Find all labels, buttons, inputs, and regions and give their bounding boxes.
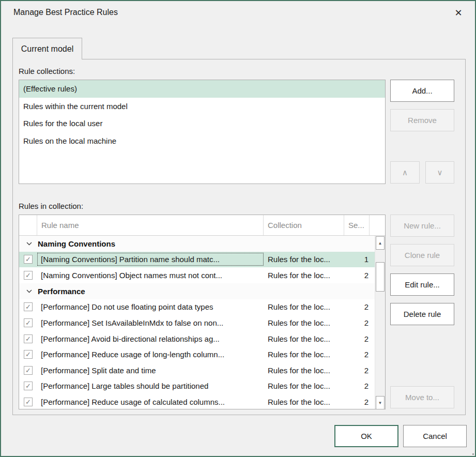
remove-button[interactable]: Remove <box>390 109 454 131</box>
rule-row[interactable]: ✓ [Naming Conventions] Object names must… <box>19 267 375 283</box>
add-button[interactable]: Add... <box>390 80 454 102</box>
dialog-title: Manage Best Practice Rules <box>13 8 118 17</box>
chevron-down-icon[interactable] <box>26 242 32 246</box>
table-scrollbar[interactable]: ▲ ▼ <box>375 236 385 409</box>
tab-label: Current model <box>21 44 73 54</box>
rules-table: Rule name Collection Se... Naming Conven… <box>19 215 386 409</box>
rule-name-cell: [Performance] Do not use floating point … <box>37 300 264 313</box>
check-icon: ✓ <box>25 256 31 263</box>
rule-collections-list: (Effective rules) Rules within the curre… <box>19 80 386 184</box>
rule-checkbox[interactable]: ✓ <box>24 398 33 406</box>
rule-collection-cell: Rules for the loc... <box>264 350 344 359</box>
move-up-button[interactable]: ∧ <box>390 161 420 184</box>
rule-severity-cell: 2 <box>344 398 370 406</box>
check-icon: ✓ <box>25 319 31 326</box>
rule-collection-cell: Rules for the loc... <box>264 271 344 280</box>
scrollbar-thumb[interactable] <box>376 262 385 292</box>
check-icon: ✓ <box>25 336 31 342</box>
check-icon: ✓ <box>25 383 31 389</box>
rule-row[interactable]: ✓ [Naming Conventions] Partition name sh… <box>19 252 375 268</box>
rule-name-cell: [Performance] Split date and time <box>37 364 264 377</box>
rule-row[interactable]: ✓ [Performance] Split date and time Rule… <box>19 362 375 378</box>
rule-collection-cell: Rules for the loc... <box>264 398 344 406</box>
rule-name-cell: [Naming Conventions] Partition name shou… <box>37 253 264 266</box>
header-checkbox-column <box>19 215 37 235</box>
rule-row[interactable]: ✓ [Performance] Reduce usage of calculat… <box>19 394 375 409</box>
check-icon: ✓ <box>25 399 31 405</box>
rule-row[interactable]: ✓ [Performance] Do not use floating poin… <box>19 299 375 315</box>
rule-collections-label: Rule collections: <box>19 67 75 75</box>
rules-in-collection-label: Rules in collection: <box>19 202 83 210</box>
rule-checkbox[interactable]: ✓ <box>24 255 33 264</box>
rule-collection-cell: Rules for the loc... <box>264 318 344 327</box>
check-icon: ✓ <box>25 303 31 310</box>
list-item[interactable]: Rules within the current model <box>19 98 385 115</box>
check-icon: ✓ <box>25 351 31 358</box>
header-corner <box>370 215 385 235</box>
header-collection[interactable]: Collection <box>264 215 344 235</box>
rule-checkbox[interactable]: ✓ <box>24 318 33 327</box>
rule-severity-cell: 2 <box>344 271 370 280</box>
rules-table-body: Naming Conventions ✓ [Naming Conventions… <box>19 236 375 409</box>
rule-name-cell: [Naming Conventions] Object names must n… <box>37 269 264 282</box>
check-icon: ✓ <box>25 272 31 279</box>
rule-severity-cell: 2 <box>344 350 370 359</box>
rule-collection-cell: Rules for the loc... <box>264 366 344 375</box>
rule-severity-cell: 2 <box>344 366 370 375</box>
group-row[interactable]: Performance <box>19 283 375 299</box>
scroll-down-icon[interactable]: ▼ <box>376 396 385 409</box>
rule-collection-cell: Rules for the loc... <box>264 255 344 264</box>
chevron-down-icon[interactable] <box>26 290 32 293</box>
list-item[interactable]: (Effective rules) <box>19 80 385 98</box>
check-icon: ✓ <box>25 367 31 374</box>
rule-severity-cell: 2 <box>344 334 370 343</box>
resize-grip-icon[interactable] <box>470 451 471 452</box>
rule-name-cell: [Performance] Reduce usage of long-lengt… <box>37 348 264 361</box>
rule-name-cell: [Performance] Large tables should be par… <box>37 379 264 392</box>
rule-checkbox[interactable]: ✓ <box>24 382 33 390</box>
rule-row[interactable]: ✓ [Performance] Avoid bi-directional rel… <box>19 331 375 347</box>
header-rule-name[interactable]: Rule name <box>37 215 264 235</box>
rule-row[interactable]: ✓ [Performance] Set IsAvailableInMdx to … <box>19 315 375 331</box>
group-row[interactable]: Naming Conventions <box>19 236 375 252</box>
group-name: Performance <box>38 287 85 296</box>
rule-checkbox[interactable]: ✓ <box>24 302 33 311</box>
rules-table-header: Rule name Collection Se... <box>19 215 385 236</box>
rule-name-cell: [Performance] Set IsAvailableInMdx to fa… <box>37 316 264 329</box>
move-down-button[interactable]: ∨ <box>425 161 454 184</box>
clone-rule-button[interactable]: Clone rule <box>390 244 454 266</box>
edit-rule-button[interactable]: Edit rule... <box>390 273 454 296</box>
delete-rule-button[interactable]: Delete rule <box>390 303 454 325</box>
rule-severity-cell: 2 <box>344 302 370 311</box>
rule-severity-cell: 1 <box>344 255 370 264</box>
rule-checkbox[interactable]: ✓ <box>24 271 33 280</box>
rule-collection-cell: Rules for the loc... <box>264 302 344 311</box>
rule-row[interactable]: ✓ [Performance] Large tables should be p… <box>19 378 375 394</box>
rule-name-cell: [Performance] Reduce usage of calculated… <box>37 395 264 408</box>
group-name: Naming Conventions <box>38 239 115 248</box>
rule-collection-cell: Rules for the loc... <box>264 334 344 343</box>
list-item[interactable]: Rules on the local machine <box>19 132 385 150</box>
ok-button[interactable]: OK <box>334 425 398 447</box>
new-rule-button[interactable]: New rule... <box>390 215 454 237</box>
scroll-up-icon[interactable]: ▲ <box>376 236 385 250</box>
rule-checkbox[interactable]: ✓ <box>24 366 33 375</box>
move-to-button[interactable]: Move to... <box>390 386 454 408</box>
cancel-button[interactable]: Cancel <box>403 425 467 447</box>
manage-best-practice-rules-dialog: Manage Best Practice Rules ✕ Current mod… <box>0 0 476 457</box>
close-icon[interactable]: ✕ <box>451 5 466 21</box>
rule-severity-cell: 2 <box>344 382 370 390</box>
rule-row[interactable]: ✓ [Performance] Reduce usage of long-len… <box>19 346 375 362</box>
rule-name-cell: [Performance] Avoid bi-directional relat… <box>37 332 264 345</box>
header-severity[interactable]: Se... <box>344 215 370 235</box>
rule-checkbox[interactable]: ✓ <box>24 350 33 359</box>
rule-collection-cell: Rules for the loc... <box>264 382 344 390</box>
rule-checkbox[interactable]: ✓ <box>24 334 33 343</box>
list-item[interactable]: Rules for the local user <box>19 115 385 132</box>
rule-severity-cell: 2 <box>344 318 370 327</box>
tab-current-model[interactable]: Current model <box>12 38 82 59</box>
